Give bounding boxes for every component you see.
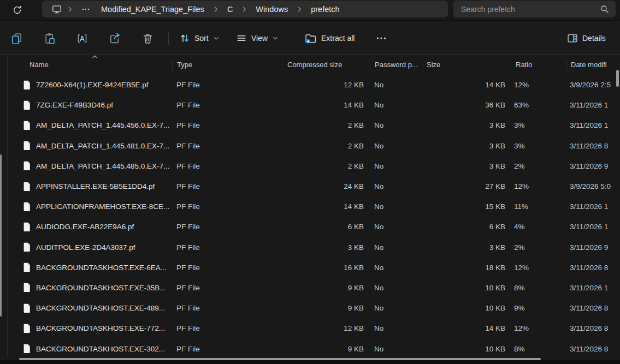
file-password: No	[369, 202, 423, 211]
file-ratio: 2%	[511, 243, 566, 252]
view-label: View	[251, 34, 268, 43]
file-date-modified: 3/11/2026 8	[566, 304, 620, 312]
file-name: BACKGROUNDTASKHOST.EXE-302...	[36, 345, 165, 353]
view-button[interactable]: View	[233, 28, 282, 48]
table-row[interactable]: AM_DELTA_PATCH_1.445.456.0.EX-7... PF Fi…	[20, 115, 620, 135]
table-row[interactable]: AM_DELTA_PATCH_1.445.481.0.EX-7... PF Fi…	[20, 136, 620, 156]
table-row[interactable]: BACKGROUNDTASKHOST.EXE-772... PF File 12…	[20, 318, 620, 338]
file-ratio: 63%	[511, 101, 566, 109]
share-button[interactable]	[106, 28, 124, 48]
column-header-type[interactable]: Type	[172, 59, 282, 71]
file-date-modified: 3/11/2026 1	[566, 223, 620, 231]
file-ratio: 2%	[511, 162, 566, 170]
file-icon	[23, 242, 31, 252]
breadcrumb-item-windows[interactable]: Windows	[251, 3, 292, 15]
vertical-scrollbar-thumb[interactable]	[616, 70, 619, 87]
column-header-name[interactable]: Name	[20, 59, 172, 71]
table-row[interactable]: BACKGROUNDTASKHOST.EXE-35B... PF File 9 …	[20, 278, 620, 298]
file-date-modified: 3/11/2026 9	[566, 162, 620, 170]
chevron-right-icon	[211, 5, 221, 13]
table-row[interactable]: BACKGROUNDTASKHOST.EXE-302... PF File 9 …	[20, 338, 620, 359]
chevron-right-icon	[294, 5, 304, 13]
copy-button[interactable]	[8, 28, 26, 48]
details-pane-icon	[567, 33, 578, 44]
extract-all-button[interactable]: Extract all	[302, 28, 358, 48]
file-type: PF File	[172, 182, 282, 190]
column-header-date-modified[interactable]: Date modifi	[566, 59, 620, 71]
file-name: APPINSTALLER.EXE-5B5E1DD4.pf	[36, 182, 155, 190]
chevron-down-icon	[213, 35, 220, 41]
file-password: No	[369, 81, 423, 89]
details-label: Details	[582, 34, 606, 43]
breadcrumb-item-drive[interactable]: C	[223, 3, 237, 15]
search-input[interactable]: Search prefetch	[453, 1, 616, 17]
file-compressed-size: 2 KB	[282, 162, 369, 170]
column-header-compressed-size[interactable]: Compressed size	[282, 59, 369, 71]
table-row[interactable]: 7ZG.EXE-F49B3D46.pf PF File 14 KB No 36 …	[20, 95, 620, 115]
file-size: 3 KB	[423, 121, 511, 129]
breadcrumb: Modified_KAPE_Triage_Files C Windows pre…	[42, 1, 448, 17]
file-password: No	[369, 304, 423, 312]
chevron-down-icon	[272, 35, 279, 41]
table-row[interactable]: APPINSTALLER.EXE-5B5E1DD4.pf PF File 24 …	[20, 176, 620, 196]
left-pane-vertical-scrollbar[interactable]	[0, 154, 2, 317]
file-password: No	[369, 324, 423, 332]
file-ratio: 3%	[511, 121, 566, 129]
table-row[interactable]: BACKGROUNDTASKHOST.EXE-489... PF File 9 …	[20, 298, 620, 318]
file-ratio: 9%	[511, 304, 566, 312]
table-row[interactable]: 7Z2600-X64(1).EXE-9424EB5E.pf PF File 12…	[20, 75, 620, 95]
file-size: 27 KB	[423, 182, 511, 190]
table-row[interactable]: AUDITPOL.EXE-2D4A3037.pf PF File 3 KB No…	[20, 237, 620, 258]
file-type: PF File	[172, 81, 282, 89]
column-header-password[interactable]: Password p...	[369, 59, 423, 71]
file-password: No	[369, 162, 423, 170]
rename-button[interactable]	[73, 28, 91, 48]
file-compressed-size: 9 KB	[282, 304, 369, 312]
file-name: AM_DELTA_PATCH_1.445.481.0.EX-7...	[36, 142, 169, 150]
file-ratio: 12%	[511, 81, 566, 89]
column-header-size[interactable]: Size	[423, 59, 511, 71]
details-button[interactable]: Details	[564, 28, 609, 48]
file-name: APPLICATIONFRAMEHOST.EXE-8CE...	[36, 202, 169, 211]
column-header-ratio[interactable]: Ratio	[511, 59, 566, 71]
table-row[interactable]: BACKGROUNDTASKHOST.EXE-6EA... PF File 16…	[20, 258, 620, 278]
table-row[interactable]: AUDIODG.EXE-AB22E9A6.pf PF File 6 KB No …	[20, 217, 620, 237]
file-date-modified: 3/11/2026 8	[566, 142, 620, 150]
breadcrumb-item-prefetch[interactable]: prefetch	[306, 3, 344, 15]
file-size: 14 KB	[423, 324, 511, 332]
file-compressed-size: 2 KB	[282, 142, 369, 150]
this-pc-monitor-icon[interactable]	[48, 4, 63, 14]
file-compressed-size: 12 KB	[282, 81, 369, 89]
file-compressed-size: 9 KB	[282, 284, 369, 292]
file-date-modified: 3/11/2026 1	[566, 202, 620, 211]
file-password: No	[369, 243, 423, 252]
file-type: PF File	[172, 101, 282, 109]
breadcrumb-overflow-ellipsis-icon[interactable]	[77, 5, 95, 14]
file-date-modified: 3/11/2026 1	[566, 101, 620, 109]
file-size: 18 KB	[423, 264, 511, 272]
file-date-modified: 3/11/2026 1	[566, 284, 620, 292]
table-row[interactable]: AM_DELTA_PATCH_1.445.485.0.EX-7... PF Fi…	[20, 156, 620, 176]
search-icon[interactable]	[600, 5, 609, 14]
table-row[interactable]: APPLICATIONFRAMEHOST.EXE-8CE... PF File …	[20, 196, 620, 217]
breadcrumb-item-root[interactable]: Modified_KAPE_Triage_Files	[97, 3, 209, 15]
sort-button[interactable]: Sort	[176, 28, 223, 48]
file-icon	[23, 182, 31, 192]
file-password: No	[369, 284, 423, 292]
refresh-button[interactable]	[10, 3, 24, 17]
file-ratio: 11%	[511, 202, 566, 211]
more-button[interactable]	[373, 28, 390, 48]
file-ratio: 8%	[511, 345, 566, 353]
file-password: No	[369, 345, 423, 353]
file-icon	[23, 202, 31, 212]
pane-divider	[7, 55, 8, 357]
toolbar-divider	[168, 32, 169, 45]
delete-trash-icon	[142, 33, 153, 44]
delete-button[interactable]	[139, 28, 157, 48]
paste-button[interactable]	[40, 28, 58, 48]
file-password: No	[369, 264, 423, 272]
file-password: No	[369, 101, 423, 109]
refresh-icon	[13, 5, 22, 15]
file-date-modified: 3/9/2026 5:0	[566, 182, 620, 190]
window-bottom-strip	[0, 360, 620, 364]
